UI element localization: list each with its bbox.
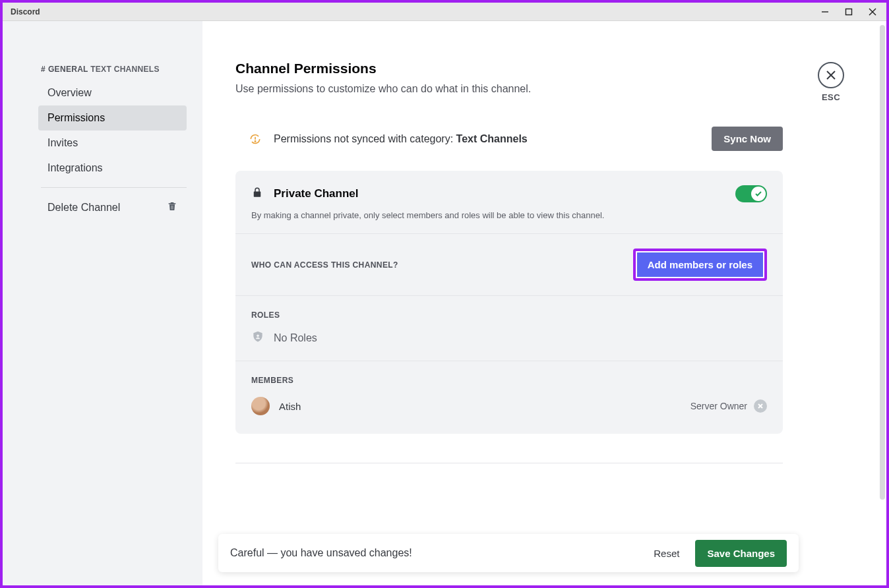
page-title: Channel Permissions (235, 61, 847, 76)
app-frame: Discord #GENERAL TEXT CHANNELS Overview … (0, 0, 889, 588)
private-channel-description: By making a channel private, only select… (251, 210, 767, 220)
hash-icon: # (41, 65, 46, 74)
svg-point-8 (257, 335, 259, 338)
avatar (251, 397, 270, 415)
sidebar-header: #GENERAL TEXT CHANNELS (38, 61, 193, 80)
unsaved-message: Careful — you have unsaved changes! (230, 547, 412, 559)
window-controls (819, 6, 882, 18)
window-title: Discord (7, 7, 40, 16)
private-channel-toggle[interactable] (735, 185, 767, 202)
private-channel-title: Private Channel (274, 187, 359, 200)
members-label: MEMBERS (251, 376, 767, 385)
app-body: #GENERAL TEXT CHANNELS Overview Permissi… (3, 21, 886, 585)
trash-icon (167, 201, 177, 214)
channel-name: GENERAL (48, 65, 88, 74)
access-section: WHO CAN ACCESS THIS CHANNEL? Add members… (235, 234, 783, 296)
members-section: MEMBERS Atish Server Owner (235, 361, 783, 434)
member-role: Server Owner (690, 401, 747, 411)
lock-icon (251, 187, 263, 201)
highlight-box: Add members or roles (633, 249, 767, 281)
sidebar-item-delete-channel[interactable]: Delete Channel (38, 194, 187, 221)
add-members-or-roles-button[interactable]: Add members or roles (636, 251, 764, 278)
shield-icon (251, 330, 264, 346)
sidebar-divider (41, 187, 187, 188)
maximize-button[interactable] (843, 6, 855, 18)
permissions-panel: Private Channel By making a channel priv… (235, 171, 783, 434)
minimize-button[interactable] (819, 6, 831, 18)
roles-section: ROLES No Roles (235, 296, 783, 361)
settings-sidebar: #GENERAL TEXT CHANNELS Overview Permissi… (3, 21, 202, 585)
titlebar: Discord (3, 3, 886, 21)
sidebar-item-overview[interactable]: Overview (38, 80, 187, 105)
sync-now-button[interactable]: Sync Now (712, 127, 783, 151)
section-divider (235, 463, 783, 463)
svg-point-7 (255, 140, 255, 141)
roles-empty-text: No Roles (274, 332, 317, 344)
svg-rect-1 (846, 9, 852, 15)
toggle-knob (751, 187, 766, 201)
access-label: WHO CAN ACCESS THIS CHANNEL? (251, 260, 398, 270)
sidebar-item-permissions[interactable]: Permissions (38, 105, 187, 131)
remove-member-button[interactable] (754, 399, 767, 413)
page-subtitle: Use permissions to customize who can do … (235, 83, 847, 95)
warning-icon (249, 132, 262, 146)
sync-text: Permissions not synced with category: Te… (274, 133, 528, 145)
close-window-button[interactable] (867, 6, 878, 18)
content-area: ESC Channel Permissions Use permissions … (202, 21, 886, 585)
delete-channel-label: Delete Channel (47, 202, 120, 214)
member-row: Atish Server Owner (251, 397, 767, 415)
unsaved-changes-bar: Careful — you have unsaved changes! Rese… (218, 534, 799, 572)
private-channel-section: Private Channel By making a channel priv… (235, 171, 783, 234)
roles-empty-row: No Roles (251, 320, 767, 346)
member-name: Atish (279, 401, 301, 412)
sidebar-item-invites[interactable]: Invites (38, 131, 187, 156)
sidebar-item-integrations[interactable]: Integrations (38, 156, 187, 181)
scroll-area: Channel Permissions Use permissions to c… (202, 21, 886, 585)
roles-label: ROLES (251, 310, 767, 320)
channel-category: TEXT CHANNELS (90, 65, 160, 74)
reset-button[interactable]: Reset (644, 543, 689, 564)
sync-notice: Permissions not synced with category: Te… (235, 121, 783, 171)
save-changes-button[interactable]: Save Changes (695, 540, 787, 567)
